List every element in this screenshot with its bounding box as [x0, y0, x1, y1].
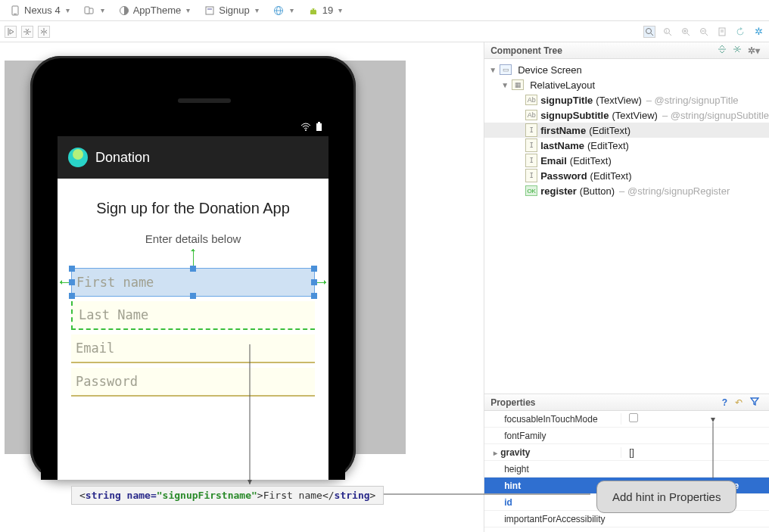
svg-point-30 — [305, 129, 307, 131]
props-table[interactable]: focusableInTouchModefontFamilygravity[]h… — [484, 411, 769, 532]
string-xml-callout: <string name="signupFirstname">First nam… — [71, 486, 384, 505]
gear-icon[interactable]: ✲ — [752, 26, 764, 38]
svg-rect-5 — [206, 7, 213, 14]
align-h-icon[interactable] — [38, 26, 50, 38]
screen-icon — [204, 5, 216, 17]
prop-importantForAccessibility[interactable]: importantForAccessibility — [484, 511, 769, 527]
orientation-selector[interactable] — [79, 2, 109, 19]
tree-item-signupSubtitle[interactable]: AbsignupSubtitle (TextView) – @string/si… — [484, 107, 769, 123]
page-icon[interactable] — [716, 26, 728, 38]
right-panel: Component Tree ✲▾ ▼ ▭ Device Screen ▼ ▦ … — [484, 42, 769, 532]
lastname-hint: Last Name — [79, 307, 148, 322]
tree-item-Password[interactable]: IPassword (EditText) — [484, 168, 769, 183]
email-field[interactable]: Email — [71, 334, 315, 363]
svg-line-18 — [669, 33, 671, 36]
expand-icon[interactable] — [715, 45, 730, 56]
tree-title: Component Tree — [490, 45, 562, 56]
app-title: Donation — [95, 150, 150, 166]
layout-icon: ▦ — [512, 79, 524, 90]
svg-point-11 — [314, 8, 316, 10]
signup-title[interactable]: Sign up for the Donation App — [71, 200, 315, 217]
firstname-hint: First name — [76, 275, 154, 290]
zoom-in-icon[interactable] — [680, 26, 692, 38]
orientation-icon — [83, 5, 95, 17]
component-tree[interactable]: ▼ ▭ Device Screen ▼ ▦ RelativeLayout Abs… — [484, 59, 769, 201]
screen-label: Signup — [219, 5, 249, 16]
tree-header: Component Tree ✲▾ — [484, 42, 769, 59]
wifi-icon — [300, 123, 311, 134]
widget-icon: I — [525, 123, 537, 137]
screen-selector[interactable]: Signup — [199, 2, 263, 19]
prop-height[interactable]: height — [484, 461, 769, 478]
app-bar: Donation — [58, 136, 328, 179]
battery-icon — [316, 122, 322, 134]
theme-label: AppTheme — [133, 5, 182, 16]
config-toolbar: Nexus 4 AppTheme Signup 19 — [0, 0, 769, 21]
zoom-actual-icon[interactable]: 1 — [662, 26, 674, 38]
svg-line-21 — [687, 33, 690, 36]
tree-item-signupTitle[interactable]: AbsignupTitle (TextView) – @string/signu… — [484, 92, 769, 107]
prop-fontFamily[interactable]: fontFamily — [484, 428, 769, 444]
widget-icon: Ab — [525, 110, 537, 120]
widget-icon: I — [525, 138, 537, 152]
zoom-fit-icon[interactable] — [643, 26, 655, 38]
help-icon[interactable]: ? — [718, 397, 731, 408]
password-hint: Password — [76, 374, 138, 389]
widget-icon: I — [525, 154, 537, 167]
status-bar — [58, 120, 328, 136]
svg-text:1: 1 — [665, 29, 668, 33]
api-selector[interactable]: 19 — [303, 2, 347, 19]
tree-item-Email[interactable]: IEmail (EditText) — [484, 153, 769, 168]
device-label: Nexus 4 — [24, 5, 61, 16]
locale-selector[interactable] — [268, 2, 298, 19]
svg-point-10 — [311, 8, 313, 10]
tree-item-register[interactable]: OKregister (Button) – @string/signupRegi… — [484, 183, 769, 198]
zoom-toolbar: 1 ✲ — [0, 21, 769, 42]
props-title: Properties — [490, 397, 535, 408]
hint-callout-text: Add hint in Properties — [612, 490, 721, 503]
svg-rect-3 — [85, 7, 89, 14]
svg-rect-6 — [207, 8, 212, 10]
checkbox-icon[interactable] — [629, 413, 638, 422]
phone-icon — [9, 5, 21, 17]
phone-frame: Donation Sign up for the Donation App En… — [30, 56, 356, 480]
props-header: Properties ? ↶ — [484, 394, 769, 411]
align-left-icon[interactable] — [5, 26, 17, 38]
theme-icon — [118, 5, 130, 17]
tree-root[interactable]: ▼ ▭ Device Screen — [484, 62, 769, 77]
widget-icon: Ab — [525, 95, 537, 105]
svg-rect-1 — [14, 14, 17, 14]
device-selector[interactable]: Nexus 4 — [5, 2, 74, 19]
svg-rect-31 — [316, 123, 322, 131]
prop-gravity[interactable]: gravity[] — [484, 444, 769, 461]
zoom-out-icon[interactable] — [698, 26, 710, 38]
android-icon — [307, 5, 319, 17]
lastname-field[interactable]: Last Name — [71, 301, 315, 330]
tree-item-lastName[interactable]: IlastName (EditText) — [484, 138, 769, 153]
firstname-field-selected[interactable]: First name — [71, 268, 315, 297]
align-v-icon[interactable] — [21, 26, 33, 38]
tree-gear-icon[interactable]: ✲▾ — [745, 45, 763, 56]
api-label: 19 — [322, 5, 333, 16]
svg-point-15 — [646, 28, 652, 33]
layout-surface[interactable]: Sign up for the Donation App Enter detai… — [58, 179, 328, 480]
password-field[interactable]: Password — [71, 368, 315, 397]
prop-focusableInTouchMode[interactable]: focusableInTouchMode — [484, 411, 769, 428]
theme-selector[interactable]: AppTheme — [114, 2, 195, 19]
app-icon — [68, 148, 88, 167]
widget-icon: OK — [525, 185, 537, 196]
filter-icon[interactable] — [746, 397, 763, 408]
collapse-icon[interactable] — [730, 45, 745, 56]
design-canvas[interactable]: Donation Sign up for the Donation App En… — [0, 42, 484, 532]
tree-item-firstName[interactable]: IfirstName (EditText) — [484, 123, 769, 138]
widget-icon: I — [525, 169, 537, 182]
undo-icon[interactable]: ↶ — [731, 397, 746, 408]
tree-layout[interactable]: ▼ ▦ RelativeLayout — [484, 77, 769, 92]
email-hint: Email — [76, 341, 114, 356]
svg-rect-32 — [318, 122, 320, 123]
hint-callout-bubble: Add hint in Properties — [596, 481, 736, 513]
refresh-icon[interactable] — [734, 26, 746, 38]
signup-subtitle[interactable]: Enter details below — [71, 232, 315, 245]
svg-line-16 — [651, 33, 653, 36]
globe-icon — [272, 5, 285, 17]
